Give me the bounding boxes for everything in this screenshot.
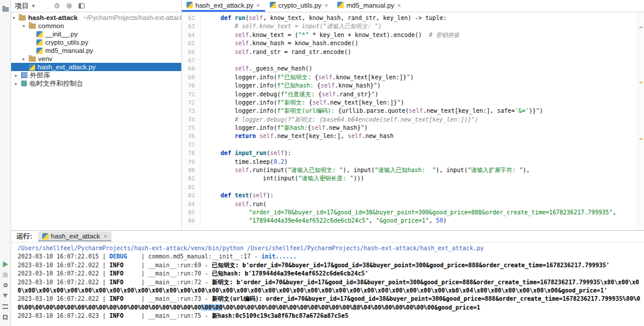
- tree-item[interactable]: __init__.py: [11, 30, 181, 38]
- editor-tab[interactable]: hash_ext_attack.py×: [182, 0, 265, 12]
- stripe-mark[interactable]: [639, 26, 643, 28]
- line-number[interactable]: 70: [182, 82, 201, 90]
- run-console-tab[interactable]: hash_ext_attack ×: [38, 231, 111, 241]
- code-line[interactable]: 77: [182, 141, 638, 149]
- tab-close-icon[interactable]: ×: [104, 233, 107, 240]
- code-line[interactable]: 65 self.know_hash = know_hash.encode(): [182, 39, 638, 48]
- code-line[interactable]: 73 logger.info(f"新明文(url编码): {urllib.par…: [182, 107, 638, 115]
- clear-icon[interactable]: [2, 313, 9, 321]
- editor-scroll-stripe[interactable]: [638, 12, 644, 230]
- code-line[interactable]: 75 logger.info(f"新hash:{self.new_hash}"): [182, 124, 638, 132]
- tree-item[interactable]: ▸外部库: [11, 71, 181, 79]
- chevron-collapsed-icon[interactable]: ▸: [13, 81, 19, 86]
- code-line[interactable]: 69 logger.info(f"已知明文: {self.know_text[k…: [182, 73, 638, 82]
- code-line[interactable]: 79 time.sleep(0.2): [182, 158, 638, 166]
- line-number[interactable]: 71: [182, 90, 201, 99]
- line-number[interactable]: 83: [182, 191, 201, 200]
- code-line[interactable]: 83 def test(self):: [182, 191, 638, 200]
- code-line[interactable]: 72 logger.info(f"新明文: {self.new_text[key…: [182, 99, 638, 107]
- code-token: ,: [612, 209, 616, 216]
- tree-item[interactable]: ▸venv: [11, 55, 181, 63]
- tree-item[interactable]: ▾common: [11, 22, 181, 30]
- tab-close-icon[interactable]: ×: [256, 2, 260, 9]
- locate-icon[interactable]: [53, 2, 60, 9]
- code-line[interactable]: 68 self._guess_new_hash(): [182, 65, 638, 73]
- chevron-collapsed-icon[interactable]: ▸: [13, 73, 19, 78]
- code-line[interactable]: 64 self.know_text = ("*" * key_len + kno…: [182, 31, 638, 39]
- code-line[interactable]: 81 int(input("请输入密钥长度: "))): [182, 174, 638, 183]
- tree-item[interactable]: ▸临时文件和控制台: [11, 79, 181, 88]
- line-number[interactable]: 79: [182, 158, 201, 166]
- line-number[interactable]: 86: [182, 217, 201, 225]
- settings-icon[interactable]: [66, 2, 73, 9]
- chevron-expanded-icon[interactable]: ▾: [11, 15, 16, 21]
- tree-item-root[interactable]: ▾ hash-ext-attack ~/PycharmProjects/hash…: [11, 14, 181, 22]
- code-line[interactable]: 76 return self.new_text[key_len:], self.…: [182, 132, 638, 140]
- line-number[interactable]: 77: [182, 141, 201, 149]
- tab-close-icon[interactable]: ×: [397, 2, 401, 9]
- stripe-mark[interactable]: [639, 82, 643, 83]
- line-number[interactable]: 69: [182, 73, 201, 82]
- code-line[interactable]: 70 logger.info(f"已知hash: {self.know_hash…: [182, 82, 638, 90]
- line-number[interactable]: 64: [182, 31, 201, 39]
- code-token: [206, 201, 235, 207]
- editor-tab[interactable]: crypto_utils.py×: [265, 0, 333, 12]
- editor-tabs: hash_ext_attack.py×crypto_utils.py×md5_m…: [182, 0, 644, 12]
- scroll-icon[interactable]: [2, 292, 9, 300]
- chevron-expanded-icon[interactable]: ▾: [21, 23, 26, 29]
- line-number[interactable]: 73: [182, 107, 201, 115]
- main-column: 项目 ▼ hash_ext_attack.py×crypto_utils.py×…: [11, 0, 644, 326]
- line-number[interactable]: 67: [182, 56, 201, 65]
- code-line[interactable]: 62 def run(self, know_text, know_hash, r…: [182, 14, 638, 22]
- project-tool-icon[interactable]: [2, 5, 9, 13]
- code-line[interactable]: 74 # logger.debug(f"新明文: {base64.b64enco…: [182, 116, 638, 124]
- line-number[interactable]: 82: [182, 183, 201, 191]
- line-number[interactable]: 62: [182, 14, 201, 22]
- code-text: # self.know_text = input("请输入已知明文: "): [201, 22, 382, 31]
- line-number[interactable]: 74: [182, 116, 201, 124]
- line-number[interactable]: 80: [182, 166, 201, 174]
- line-number[interactable]: 85: [182, 209, 201, 217]
- hide-panel-icon[interactable]: [78, 2, 85, 9]
- code-line[interactable]: 84 self.run(: [182, 200, 638, 209]
- pin-icon[interactable]: [2, 281, 9, 289]
- code-line[interactable]: 85 "order_id=70&buyer_id=17&good_id=38&b…: [182, 209, 638, 217]
- code-line[interactable]: 80 self.run(input("请输入已知明文: "), input("请…: [182, 166, 638, 174]
- line-number[interactable]: 72: [182, 99, 201, 107]
- code-token: "order_id=70&buyer_id=17&good_id=38&buye…: [249, 209, 612, 216]
- chevron-collapsed-icon[interactable]: ▸: [21, 56, 26, 62]
- code-line[interactable]: 67: [182, 56, 638, 65]
- code-token: ): [375, 91, 378, 98]
- rerun-icon[interactable]: [2, 260, 9, 268]
- line-number[interactable]: 76: [182, 132, 201, 140]
- code-token: input_run: [235, 150, 266, 156]
- line-number[interactable]: 66: [182, 48, 201, 56]
- tree-item[interactable]: md5_manual.py: [11, 46, 181, 55]
- line-number[interactable]: 75: [182, 124, 201, 132]
- project-tool-title[interactable]: 项目: [15, 1, 29, 11]
- code-line[interactable]: 66 self.rand_str = rand_str.encode(): [182, 48, 638, 56]
- line-number[interactable]: 65: [182, 39, 201, 48]
- line-number[interactable]: 84: [182, 200, 201, 209]
- chevron-down-icon[interactable]: ▼: [31, 4, 36, 9]
- tree-item[interactable]: hash_ext_attack.py: [11, 63, 181, 71]
- code-editor[interactable]: 62 def run(self, know_text, know_hash, r…: [182, 12, 638, 230]
- code-line[interactable]: 63 # self.know_text = input("请输入已知明文: "): [182, 22, 638, 31]
- code-line[interactable]: 71 logger.debug(f"任意填充: {self.rand_str}"…: [182, 90, 638, 99]
- console-token: |: [138, 253, 148, 260]
- code-line[interactable]: 86 "178944d4a39e4e4af6522c6de6cb24c5", "…: [182, 217, 638, 225]
- tab-close-icon[interactable]: ×: [324, 2, 328, 9]
- line-number[interactable]: 81: [182, 174, 201, 183]
- wrap-icon[interactable]: [2, 303, 9, 310]
- tree-item[interactable]: crypto_utils.py: [11, 38, 181, 46]
- code-token: [206, 15, 221, 21]
- line-number[interactable]: 63: [182, 22, 201, 31]
- line-number[interactable]: 68: [182, 65, 201, 73]
- console-token: |: [99, 295, 109, 302]
- line-number[interactable]: 78: [182, 149, 201, 157]
- code-line[interactable]: 78 def input_run(self):: [182, 149, 638, 157]
- editor-tab[interactable]: md5_manual.py×: [333, 0, 405, 12]
- stripe-mark[interactable]: [639, 138, 643, 140]
- code-line[interactable]: 82: [182, 183, 638, 191]
- stop-icon[interactable]: [2, 271, 9, 278]
